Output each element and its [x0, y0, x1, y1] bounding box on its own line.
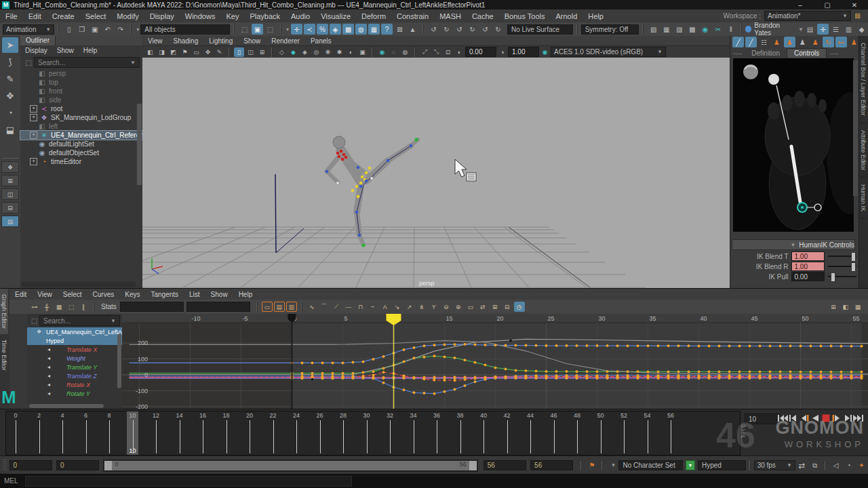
slider-track[interactable] — [828, 262, 856, 270]
outliner-menu-display[interactable]: Display — [20, 46, 52, 55]
slider-value-field[interactable]: 1.00 — [791, 251, 825, 261]
snap-to-points-icon[interactable]: % — [317, 24, 328, 35]
graph-menu-help[interactable]: Help — [233, 290, 258, 299]
value-snap-icon[interactable]: ⊟ — [502, 302, 513, 312]
go-to-start-button[interactable] — [777, 413, 788, 422]
default-in-tangent-icon[interactable]: ↘ — [392, 302, 403, 312]
slider-track[interactable] — [828, 252, 856, 260]
xray-toggle-icon[interactable]: ◌ — [389, 47, 399, 57]
gamma-icon[interactable]: ◑ — [497, 47, 507, 57]
frame-selection-icon[interactable]: ⤡ — [431, 47, 441, 57]
outliner-item-defaultObjectSet[interactable]: ◉defaultObjectSet — [20, 148, 142, 157]
menu-key[interactable]: Key — [220, 11, 244, 22]
outliner-item-front[interactable]: ◧front — [20, 87, 142, 96]
isolate-select-icon[interactable]: ◉ — [377, 47, 387, 57]
lock-selection-icon[interactable]: ⊠ — [394, 24, 406, 35]
linear-tangents-icon[interactable]: ⟋ — [331, 302, 342, 312]
textured-mode-icon[interactable]: ◈ — [300, 47, 310, 57]
outliner-tab[interactable]: Outliner — [20, 36, 56, 45]
stop-playback-button[interactable] — [821, 413, 831, 422]
select-by-component-type-icon[interactable]: ⬚ — [264, 24, 276, 35]
layout-persp-graph[interactable]: ⊟ — [1, 202, 19, 214]
stats-time-field[interactable] — [120, 302, 184, 312]
pin-channel-icon[interactable]: ⊞ — [828, 302, 839, 312]
bookmark-icon[interactable]: ⚑ — [180, 47, 190, 57]
snap-to-curves-icon[interactable]: ≺ — [304, 24, 315, 35]
channel-hscrollbar[interactable] — [29, 404, 104, 408]
viewport-menu-show[interactable]: Show — [238, 37, 266, 45]
lattice-deform-keys-icon[interactable]: ▦ — [54, 302, 64, 312]
layout-persp-outliner[interactable]: ◫ — [1, 188, 19, 200]
add-effector-icon[interactable]: ╱ — [745, 37, 757, 47]
slider-handle[interactable] — [851, 262, 856, 272]
render-sequence-icon[interactable]: ▩ — [686, 24, 698, 35]
menu-arnold[interactable]: Arnold — [550, 11, 583, 22]
lasso-tool[interactable]: ⟆ — [2, 54, 18, 70]
ghost-pose-icon[interactable]: ♟ — [797, 37, 808, 47]
close-button[interactable]: ✕ — [841, 1, 868, 9]
single-pane-layout-icon[interactable]: ▯ — [234, 47, 244, 57]
stacked-view-icon[interactable]: ▤ — [274, 302, 285, 312]
workspace-lock-icon[interactable]: ⊠ — [852, 11, 863, 22]
graph-menu-list[interactable]: List — [184, 290, 205, 299]
channel-row-rotate-x[interactable]: ◂Rotate X — [27, 380, 122, 389]
move-tool[interactable]: ✥ — [2, 88, 18, 104]
shadows-toggle-icon[interactable]: ❋ — [323, 47, 333, 57]
mel-label[interactable]: MEL — [4, 477, 18, 485]
humanik-controls-header[interactable]: ▼ HumanIK Controls — [732, 239, 855, 250]
menu-edit[interactable]: Edit — [23, 11, 47, 22]
channel-row-ue4-mannequin-ctrl-lefta[interactable]: ❖UE4_Mannequin_Ctrl_LeftA — [27, 327, 122, 336]
default-out-tangent-icon[interactable]: ↗ — [404, 302, 415, 312]
camera-select-icon[interactable]: ◧ — [145, 47, 155, 57]
graph-menu-keys[interactable]: Keys — [119, 290, 145, 299]
use-default-material-icon[interactable]: ◎ — [311, 47, 321, 57]
step-tangents-icon[interactable]: ⊓ — [355, 302, 366, 312]
make-object-live-icon[interactable]: ◍ — [355, 24, 367, 35]
gamma-field[interactable]: 1.00 — [508, 47, 539, 57]
outliner-item-left[interactable]: ◧left — [20, 122, 142, 131]
menu-cache[interactable]: Cache — [467, 11, 499, 22]
viewport-menu-panels[interactable]: Panels — [305, 37, 337, 45]
auto-keyframe-icon[interactable]: ✦ — [856, 460, 867, 471]
toggle-attribute-editor-icon[interactable]: ☰ — [830, 24, 842, 35]
live-surface-field[interactable]: No Live Surface — [507, 24, 573, 35]
graph-editor-curve-view[interactable]: -10-5051520253035404550552001000-100-200 — [122, 314, 868, 409]
frame-all-icon[interactable]: ⤢ — [420, 47, 430, 57]
graph-menu-edit[interactable]: Edit — [9, 290, 32, 299]
toggle-humanik-window-icon[interactable]: ◆ — [856, 24, 867, 35]
time-slider-track[interactable]: 1002468101214161820222426283032343638404… — [5, 411, 741, 455]
menu-help[interactable]: Help — [583, 11, 609, 22]
snap-help-icon[interactable]: ? — [381, 24, 393, 35]
channel-search-input[interactable]: Search...▼ — [39, 315, 120, 326]
snap-to-view-planes-icon[interactable]: ▩ — [342, 24, 354, 35]
construction-history-a-icon[interactable]: ↺ — [454, 24, 465, 35]
smooth-shade-mode-icon[interactable]: ◆ — [288, 47, 298, 57]
outliner-menu-show[interactable]: Show — [52, 46, 79, 55]
unify-tangents-icon[interactable]: Y — [429, 302, 439, 312]
range-slider[interactable]: 0 56 — [103, 460, 477, 472]
outliner-item-SK_Mannequin_LodGroup[interactable]: +❖SK_Mannequin_LodGroup — [20, 113, 142, 122]
key-channel-icon[interactable]: ◂ — [47, 390, 50, 396]
panel-tab-graph-editor[interactable]: Graph Editor — [0, 289, 8, 334]
expand-icon[interactable]: + — [30, 105, 37, 113]
viewport-canvas[interactable]: persp — [142, 58, 730, 288]
stats-value-field[interactable] — [186, 302, 250, 312]
anim-layer-select[interactable]: Hyped — [698, 460, 746, 470]
new-scene-icon[interactable]: ▯ — [63, 24, 75, 35]
lock-tangent-weight-icon[interactable]: ⊕ — [453, 302, 464, 312]
menu-bonus-tools[interactable]: Bonus Tools — [499, 11, 551, 22]
humanik-vscrollbar[interactable] — [853, 60, 858, 196]
mirror-pose-icon[interactable]: ↻ — [823, 37, 834, 47]
key-channel-icon[interactable]: ◂ — [47, 364, 50, 370]
expand-icon[interactable]: + — [30, 158, 37, 165]
panel-menu-icon[interactable]: ▦ — [852, 302, 863, 312]
absolute-view-icon[interactable]: ▭ — [262, 302, 273, 312]
outliner-hscrollbar[interactable] — [22, 282, 136, 287]
outliner-item-root[interactable]: +≺root — [20, 104, 142, 113]
keying-group-icon[interactable]: ♟ — [810, 37, 821, 47]
wireframe-mode-icon[interactable]: ◇ — [277, 47, 287, 57]
fps-select[interactable]: 30 fps▼ — [754, 460, 795, 470]
tab-controls[interactable]: Controls — [787, 48, 827, 58]
camera-attributes-icon[interactable]: ◩ — [168, 47, 178, 57]
select-by-hierarchy-icon[interactable]: ⬚ — [239, 24, 250, 35]
